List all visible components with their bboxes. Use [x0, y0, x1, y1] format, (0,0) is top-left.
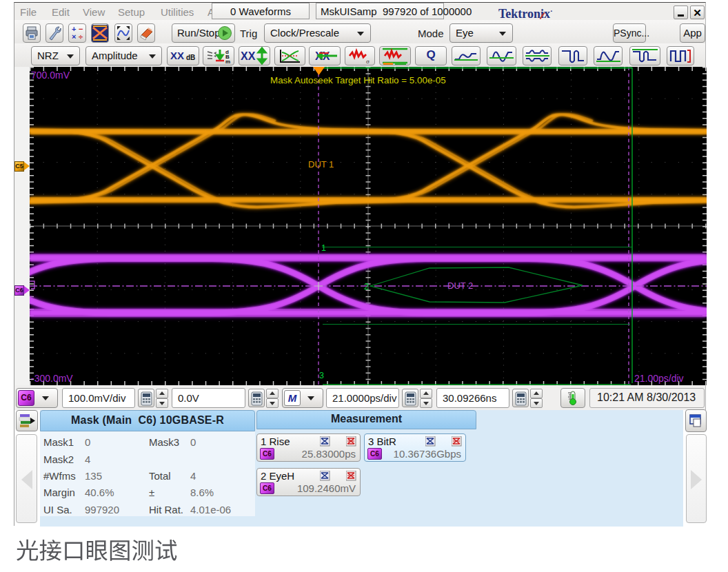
- svg-text:÷: ÷: [79, 32, 83, 41]
- svg-text:dB: dB: [186, 54, 195, 61]
- svg-text:2: 2: [364, 282, 369, 292]
- svg-text:XX: XX: [241, 50, 256, 62]
- svg-text:-300.0mV: -300.0mV: [31, 373, 73, 384]
- svg-text:3: 3: [319, 371, 324, 380]
- svg-text:Mask Autoseek Target Hit Ratio: Mask Autoseek Target Hit Ratio = 5.00e-0…: [270, 75, 446, 85]
- svg-text:XX: XX: [170, 50, 184, 61]
- svg-text:DUT 1: DUT 1: [308, 159, 334, 170]
- svg-text:21.00ps/div: 21.00ps/div: [634, 373, 684, 384]
- svg-text:700.0mV: 700.0mV: [31, 70, 70, 81]
- svg-text:1: 1: [321, 243, 326, 253]
- svg-text:DUT 2: DUT 2: [447, 280, 473, 291]
- svg-text:m: m: [225, 59, 230, 65]
- svg-text:×: ×: [72, 32, 76, 41]
- svg-text:σ: σ: [366, 59, 370, 65]
